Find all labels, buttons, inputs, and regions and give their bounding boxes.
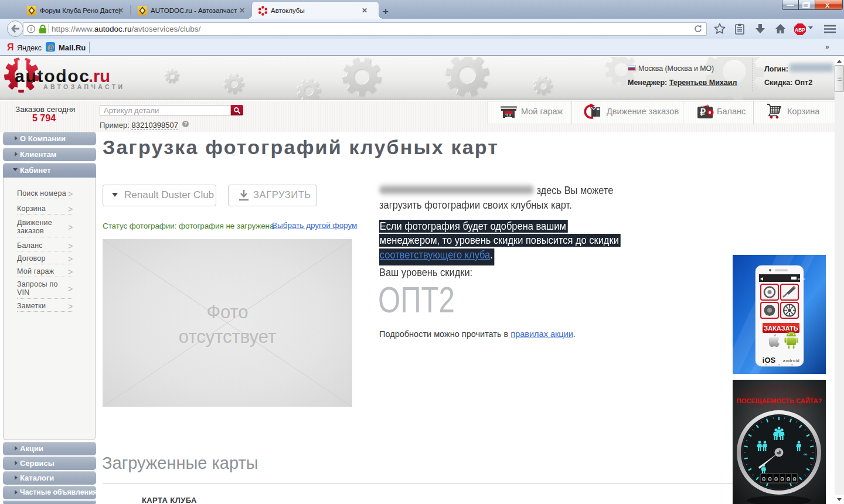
svg-text:₽: ₽	[700, 107, 706, 117]
svg-text:∞: ∞	[804, 451, 808, 457]
svg-text:i: i	[30, 26, 32, 32]
svg-text:0: 0	[780, 476, 784, 483]
svg-text:ПОСЕЩАЕМОСТЬ САЙТА?: ПОСЕЩАЕМОСТЬ САЙТА?	[737, 397, 822, 404]
svg-text:АВТОЗАПЧАСТИ: АВТОЗАПЧАСТИ	[43, 83, 125, 90]
svg-text:0: 0	[787, 476, 791, 483]
svg-text:ABP: ABP	[795, 27, 805, 33]
svg-text:0: 0	[792, 476, 797, 483]
svg-text:0: 0	[762, 476, 766, 483]
svg-text:ЗАКАЗАТЬ: ЗАКАЗАТЬ	[764, 325, 798, 332]
svg-text:10:20: 10:20	[798, 277, 805, 281]
svg-text:0: 0	[774, 476, 778, 483]
svg-text:android: android	[783, 358, 800, 363]
svg-text:0: 0	[768, 476, 772, 483]
svg-text:iOS: iOS	[763, 356, 776, 365]
